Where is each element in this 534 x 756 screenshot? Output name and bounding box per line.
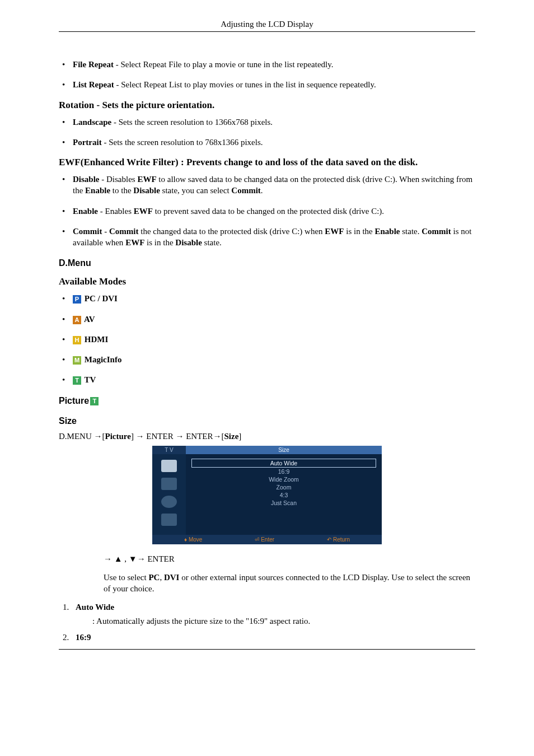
ewf-commit: Commit - Commit the changed data to the …: [59, 226, 475, 249]
file-repeat-label: File Repeat: [73, 60, 114, 69]
t-icon: T: [73, 376, 81, 385]
file-repeat-desc: - Select Repeat File to play a movie or …: [114, 60, 334, 69]
osd-size-list: Auto Wide 16:9 Wide Zoom Zoom 4:3 Just S…: [191, 459, 376, 507]
footer-rule: [59, 649, 475, 650]
rotation-heading: Rotation - Sets the picture orientation.: [59, 100, 475, 111]
picture-t-icon: T: [90, 397, 99, 405]
osd-picture-icon: [161, 460, 177, 472]
list-repeat-desc: - Select Repeat List to play movies or t…: [114, 80, 376, 89]
m-icon: M: [73, 356, 81, 365]
osd-item-justscan: Just Scan: [191, 499, 376, 507]
ewf-enable: Enable - Enables EWF to prevent saved da…: [59, 206, 475, 217]
osd-item-widezoom: Wide Zoom: [191, 475, 376, 483]
rotation-landscape: Landscape - Sets the screen resolution t…: [59, 116, 475, 128]
osd-item-169: 16:9: [191, 468, 376, 475]
a-icon: A: [73, 316, 81, 324]
size-auto-wide: Auto Wide : Automatically adjusts the pi…: [71, 603, 475, 626]
ewf-heading: EWF(Enhanced Write Filter) : Prevents ch…: [59, 157, 475, 168]
size-auto-wide-desc: : Automatically adjusts the picture size…: [92, 617, 475, 626]
mode-av: A AV: [59, 314, 475, 325]
mode-hdmi-label: HDMI: [82, 335, 108, 344]
size-options-list: Auto Wide : Automatically adjusts the pi…: [59, 603, 475, 642]
osd-return-hint: ↶ Return: [327, 536, 350, 543]
osd-sidebar: [152, 454, 186, 535]
rotation-list: Landscape - Sets the screen resolution t…: [59, 116, 475, 148]
osd-channel-icon: [161, 496, 177, 508]
portrait-label: Portrait: [73, 138, 102, 147]
mode-av-label: AV: [82, 315, 95, 324]
osd-tab-size: Size: [186, 446, 382, 454]
size-menu-path: D.MENU →[Picture] → ENTER → ENTER→[Size]: [59, 432, 475, 441]
osd-bottom-bar: ♦ Move ⏎ Enter ↶ Return: [152, 535, 382, 544]
osd-item-zoom: Zoom: [191, 483, 376, 491]
osd-screenshot: T V Size Auto Wide 16:9 Wide Zoo: [152, 446, 382, 544]
repeat-list: File Repeat - Select Repeat File to play…: [59, 59, 475, 91]
list-repeat-item: List Repeat - Select Repeat List to play…: [59, 79, 475, 90]
mode-pc-dvi: P PC / DVI: [59, 293, 475, 304]
mode-tv-label: TV: [82, 375, 96, 384]
h-icon: H: [73, 336, 81, 344]
size-16-9: 16:9: [71, 633, 475, 642]
osd-item-43: 4:3: [191, 491, 376, 499]
ewf-disable: Disable - Disables EWF to allow saved da…: [59, 174, 475, 197]
osd-sound-icon: [161, 478, 177, 490]
osd-tab-tv: T V: [152, 446, 186, 454]
page-header: Adjusting the LCD Display: [59, 20, 475, 29]
dmenu-heading: D.Menu: [59, 258, 475, 268]
picture-heading: PictureT: [59, 396, 475, 406]
p-icon: P: [73, 295, 81, 304]
list-repeat-label: List Repeat: [73, 80, 114, 89]
file-repeat-item: File Repeat - Select Repeat File to play…: [59, 59, 475, 70]
modes-list: P PC / DVI A AV H HDMI M MagicInfo T TV: [59, 293, 475, 385]
ewf-list: Disable - Disables EWF to allow saved da…: [59, 174, 475, 248]
osd-move-hint: ♦ Move: [184, 536, 202, 543]
mode-pc-label: PC / DVI: [82, 294, 118, 303]
mode-tv: T TV: [59, 374, 475, 385]
mode-hdmi: H HDMI: [59, 334, 475, 345]
available-modes-heading: Available Modes: [59, 276, 475, 287]
landscape-desc: - Sets the screen resolution to 1366x768…: [111, 118, 273, 127]
osd-setup-icon: [161, 514, 177, 526]
landscape-label: Landscape: [73, 118, 111, 127]
osd-enter-hint: ⏎ Enter: [255, 536, 274, 543]
size-heading: Size: [59, 416, 475, 426]
portrait-desc: - Sets the screen resolution to 768x1366…: [102, 138, 263, 147]
size-arrow-path: → ▲ , ▼→ ENTER: [104, 554, 475, 564]
osd-item-autowide: Auto Wide: [191, 459, 376, 468]
mode-magicinfo: M MagicInfo: [59, 354, 475, 365]
size-desc: Use to select PC, DVI or other external …: [104, 572, 475, 595]
mode-magicinfo-label: MagicInfo: [82, 355, 121, 364]
rotation-portrait: Portrait - Sets the screen resolution to…: [59, 137, 475, 148]
